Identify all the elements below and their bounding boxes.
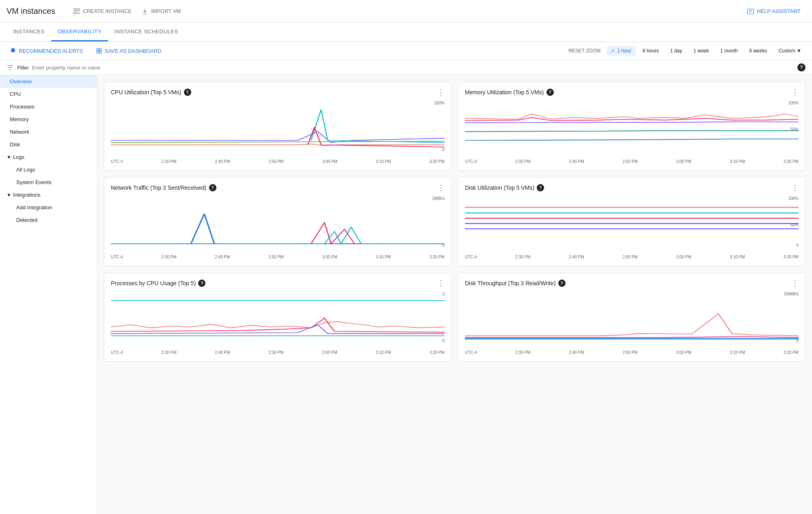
help-assistant-icon [747,8,754,15]
sidebar-group-integrations[interactable]: ▼ Integrations [0,189,97,201]
svg-rect-2 [74,12,76,14]
import-vm-button[interactable]: IMPORT VM [136,5,186,17]
tab-instances[interactable]: INSTANCES [6,23,51,41]
chart-processes-ymax: 2 [442,292,445,296]
chart-memory-menu[interactable]: ⋮ [791,89,799,96]
filter-input[interactable] [32,65,794,71]
chart-memory-util: Memory Utilization (Top 5 VMs) ? ⋮ 100% … [458,82,806,171]
create-instance-button[interactable]: CREATE INSTANCE [68,5,136,17]
sidebar-item-add-integration[interactable]: Add Integration [0,201,97,214]
time-1week[interactable]: 1 week [689,46,713,56]
recommended-alerts-label: RECOMMENDED ALERTS [19,48,83,54]
sidebar-item-cpu[interactable]: CPU [0,88,97,100]
create-instance-label: CREATE INSTANCE [83,8,132,14]
sidebar-group-integrations-label: Integrations [13,192,41,198]
chart-throughput-menu[interactable]: ⋮ [791,280,799,287]
chart-disk-xaxis: UTC-4 2:30 PM 2:40 PM 2:50 PM 3:00 PM 3:… [465,255,799,259]
time-6hours[interactable]: 6 hours [639,46,663,56]
chart-cpu-header: CPU Utilization (Top 5 VMs) ? ⋮ [111,89,445,96]
nav-tabs: INSTANCES OBSERVABILITY INSTANCE SCHEDUL… [0,23,812,42]
chart-throughput-help[interactable]: ? [558,280,566,287]
chart-processes-svg [111,292,445,345]
chart-memory-help[interactable]: ? [546,89,554,96]
main-layout: Overview CPU Processes Memory Network Di… [0,75,812,514]
chart-processes-title: Processes by CPU Usage (Top 5) [111,280,196,286]
time-6weeks[interactable]: 6 weeks [745,46,771,56]
chart-throughput-xaxis: UTC-4 2:30 PM 2:40 PM 2:50 PM 3:00 PM 3:… [465,350,799,355]
filter-help-icon[interactable]: ? [797,63,806,72]
sidebar-item-all-logs[interactable]: All Logs [0,163,97,176]
chart-processes-cpu: Processes by CPU Usage (Top 5) ? ⋮ 2 0 [104,273,451,362]
chart-disk-throughput: Disk Throughput (Top 3 Read/Write) ? ⋮ 5… [458,273,806,362]
sidebar-item-overview[interactable]: Overview [0,75,97,88]
chart-disk-body: 100% 50% 0 [465,196,799,253]
reset-zoom-button[interactable]: RESET ZOOM [568,48,600,54]
time-1month[interactable]: 1 month [716,46,742,56]
tab-observability[interactable]: OBSERVABILITY [51,23,108,41]
chart-network-title: Network Traffic (Top 3 Sent/Received) [111,184,207,191]
sidebar-item-memory[interactable]: Memory [0,113,97,126]
chart-throughput-ymax: 50MiB/s [784,292,799,296]
page-title: VM instances [6,7,55,16]
chart-network-traffic: Network Traffic (Top 3 Sent/Received) ? … [104,177,451,266]
recommended-alerts-button[interactable]: RECOMMENDED ALERTS [6,45,86,56]
tab-instance-schedules[interactable]: INSTANCE SCHEDULES [108,23,185,41]
sidebar-item-detected[interactable]: Detected [0,214,97,226]
svg-rect-5 [748,9,754,14]
svg-rect-8 [97,48,99,50]
chart-memory-ymid: 50% [790,127,799,132]
chart-processes-ymin: 0 [442,338,445,343]
chart-network-body: 2MiB/s 0 [111,196,445,253]
chart-memory-title: Memory Utilization (Top 5 VMs) [465,89,544,95]
chart-network-ymax: 2MiB/s [432,196,445,201]
save-dashboard-button[interactable]: SAVE AS DASHBOARD [93,45,165,56]
chart-cpu-xaxis: UTC-4 2:30 PM 2:40 PM 2:50 PM 3:00 PM 3:… [111,159,445,164]
chart-disk-ymid: 50% [790,223,799,227]
integrations-chevron-icon: ▼ [6,192,11,198]
chart-memory-svg [465,101,799,154]
svg-rect-0 [74,9,76,11]
sidebar-item-disk[interactable]: Disk [0,138,97,151]
chart-throughput-svg [465,292,799,345]
chart-cpu-menu[interactable]: ⋮ [437,89,445,96]
chart-network-help[interactable]: ? [209,184,216,191]
chart-cpu-help[interactable]: ? [184,89,191,96]
chart-disk-menu[interactable]: ⋮ [791,184,799,191]
chart-cpu-ymin: 0 [442,147,445,152]
time-1hour[interactable]: ✓ 1 hour [607,46,635,56]
chart-network-header: Network Traffic (Top 3 Sent/Received) ? … [111,184,445,191]
filter-bar: Filter ? [0,60,812,75]
sidebar-group-logs[interactable]: ▼ Logs [0,151,97,163]
chart-disk-header: Disk Utilization (Top 5 VMs) ? ⋮ [465,184,799,191]
chart-disk-ymin: 0 [796,243,799,247]
chart-cpu-body: 200% 0 [111,101,445,158]
sidebar-item-processes[interactable]: Processes [0,100,97,113]
chart-memory-body: 100% 50% [465,101,799,158]
chart-processes-menu[interactable]: ⋮ [437,280,445,287]
chart-disk-ymax: 100% [788,196,799,201]
time-controls: RESET ZOOM ✓ 1 hour 6 hours 1 day 1 week… [568,46,806,56]
save-dashboard-label: SAVE AS DASHBOARD [105,48,162,54]
sidebar-item-network[interactable]: Network [0,126,97,138]
svg-rect-1 [78,9,80,11]
chart-throughput-title: Disk Throughput (Top 3 Read/Write) [465,280,556,286]
chart-memory-header: Memory Utilization (Top 5 VMs) ? ⋮ [465,89,799,96]
sidebar-group-logs-label: Logs [13,154,24,160]
chart-cpu-title: CPU Utilization (Top 5 VMs) [111,89,181,95]
svg-rect-11 [99,51,102,53]
chart-processes-body: 2 0 [111,292,445,349]
time-custom[interactable]: Custom ▼ [774,46,806,56]
help-assistant-button[interactable]: HELP ASSISTANT [742,5,806,17]
chart-disk-help[interactable]: ? [537,184,544,191]
import-vm-label: IMPORT VM [151,8,181,14]
time-1day[interactable]: 1 day [666,46,686,56]
help-assistant-label: HELP ASSISTANT [757,8,801,14]
chart-network-ymin: 0 [442,243,445,247]
charts-grid: CPU Utilization (Top 5 VMs) ? ⋮ 200% 0 [104,82,806,362]
filter-icon [6,64,14,71]
sidebar-item-system-events[interactable]: System Events [0,176,97,189]
chart-network-xaxis: UTC-4 2:30 PM 2:40 PM 2:50 PM 3:00 PM 3:… [111,255,445,259]
chart-processes-help[interactable]: ? [198,280,205,287]
bell-icon [10,48,16,54]
chart-network-menu[interactable]: ⋮ [437,184,445,191]
